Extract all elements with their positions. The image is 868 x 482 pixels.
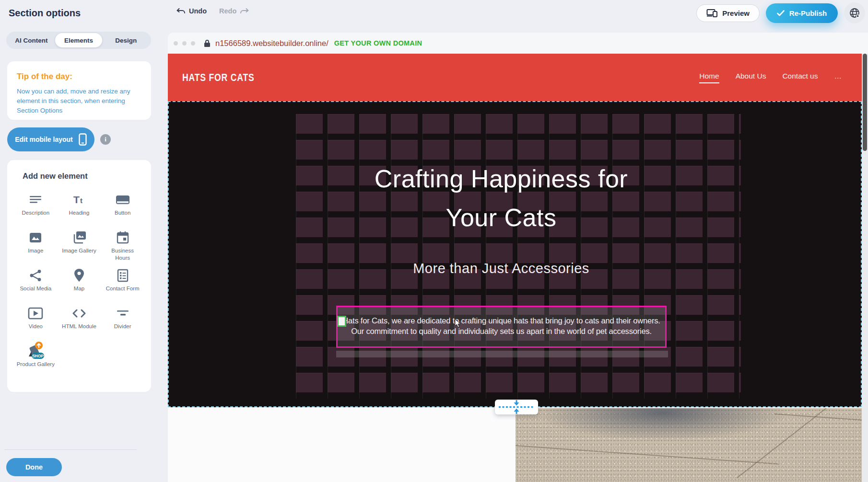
element-label: Divider [114,323,131,330]
element-label: Social Media [20,285,51,292]
undo-redo-group: Undo Redo [176,7,249,15]
element-ghost-band [336,351,668,357]
info-icon[interactable]: i [100,134,111,145]
video-icon [28,304,43,323]
divider-icon [116,304,130,323]
topbar-actions: Preview Re-Publish [696,2,865,23]
paragraph-selection-box[interactable]: Hats for Cats, we are dedicated to craft… [336,306,667,348]
hero-paragraph-line1: Hats for Cats, we are dedicated to craft… [342,315,660,326]
site-logo[interactable]: HATS FOR CATS [182,71,255,84]
add-element-title: Add new element [23,172,144,181]
hero-paragraph-line2: Our commitment to quality and individual… [351,326,652,336]
hero-heading-line2: Your Cats [319,198,683,237]
element-label: Heading [69,209,90,217]
tip-title: Tip of the day: [17,72,141,81]
element-image[interactable]: Image [14,228,58,266]
element-business-hours[interactable]: Business Hours [101,228,144,266]
html-module-icon [71,304,87,323]
section-resize-handle[interactable] [495,400,538,414]
heading-icon: Tt [72,190,86,209]
redo-button[interactable]: Redo [219,7,249,15]
resize-handle-left[interactable] [337,316,346,327]
image-gallery-icon [71,228,87,247]
nav-contact-us[interactable]: Contact us [782,72,818,83]
site-nav: HomeAbout UsContact us… [699,54,842,101]
add-new-element-card: Add new element DescriptionTtHeadingButt… [7,160,151,392]
hero-heading-line1: Crafting Happiness for [319,160,683,198]
nav-about-us[interactable]: About Us [736,72,766,83]
tab-ai-content[interactable]: AI Content [8,33,55,47]
element-product-gallery[interactable]: SHOPProduct Gallery [14,342,58,379]
element-label: Map [74,285,84,292]
page-title: Section options [9,8,81,19]
hero-subheading[interactable]: More than Just Accessories [319,261,683,276]
language-globe-button[interactable] [844,2,865,23]
lock-icon [204,39,211,47]
browser-scrollbar[interactable] [862,54,868,482]
site-url[interactable]: n1566589.websitebuilder.online/ [215,39,328,48]
site-preview: HATS FOR CATS HomeAbout UsContact us… Cr… [168,54,862,482]
element-label: Business Hours [104,247,142,262]
element-label: Image Gallery [62,247,96,254]
preview-label: Preview [722,9,750,17]
get-own-domain-link[interactable]: GET YOUR OWN DOMAIN [334,39,422,47]
element-label: Video [29,323,43,330]
redo-label: Redo [219,7,236,15]
element-button[interactable]: Button [101,190,144,228]
element-heading[interactable]: TtHeading [58,190,101,228]
nav-more[interactable]: … [834,72,842,83]
element-map[interactable]: Map [58,266,101,304]
svg-text:T: T [73,194,80,205]
element-grid: DescriptionTtHeadingButtonImageImage Gal… [14,190,144,379]
element-video[interactable]: Video [14,304,58,342]
tab-design[interactable]: Design [102,33,150,47]
mobile-phone-icon [79,133,87,146]
hero-section-selected[interactable]: Crafting Happiness for Your Cats More th… [168,101,862,407]
element-description[interactable]: Description [14,190,58,228]
element-label: Contact Form [106,285,140,292]
element-html-module[interactable]: HTML Module [58,304,101,342]
nav-home[interactable]: Home [699,72,719,83]
panel-tabs: AI ContentElementsDesign [6,32,151,49]
hero-heading[interactable]: Crafting Happiness for Your Cats [319,160,683,237]
description-icon [28,190,43,209]
image-icon [28,228,43,247]
undo-icon [176,8,186,15]
tab-elements[interactable]: Elements [55,33,103,47]
resize-arrows-icon [497,400,536,414]
contact-form-icon [116,266,129,285]
svg-text:t: t [80,196,82,205]
element-label: Image [28,247,43,254]
element-label: Button [115,209,130,217]
business-hours-icon [116,228,130,247]
map-icon [73,266,85,285]
svg-text:SHOP: SHOP [32,354,44,358]
tip-body: Now you can add, move and resize any ele… [17,87,141,115]
undo-label: Undo [189,7,207,15]
element-contact-form[interactable]: Contact Form [101,266,144,304]
redo-icon [240,8,249,15]
floor-photo [516,408,862,482]
check-icon [777,10,785,16]
republish-button[interactable]: Re-Publish [766,3,838,23]
next-section[interactable] [168,408,862,482]
element-divider[interactable]: Divider [101,304,144,342]
preview-button[interactable]: Preview [696,4,760,22]
preview-devices-icon [706,9,718,17]
edit-mobile-label: Edit mobile layout [15,136,73,143]
globe-icon [849,7,860,19]
undo-button[interactable]: Undo [176,7,207,15]
product-gallery-icon: SHOP [25,342,46,361]
element-label: Product Gallery [17,361,55,368]
done-button[interactable]: Done [6,458,62,476]
element-label: Description [22,209,50,217]
sidebar-divider [4,449,137,450]
element-image-gallery[interactable]: Image Gallery [58,228,101,266]
site-header: HATS FOR CATS HomeAbout UsContact us… [168,54,862,101]
tip-of-the-day-card: Tip of the day: Now you can add, move an… [7,61,151,120]
mouse-cursor-icon [455,319,461,328]
edit-mobile-layout-button[interactable]: Edit mobile layout [7,127,94,151]
element-social-media[interactable]: Social Media [14,266,58,304]
scrollbar-thumb[interactable] [863,54,867,151]
browser-traffic-dots [174,41,195,46]
